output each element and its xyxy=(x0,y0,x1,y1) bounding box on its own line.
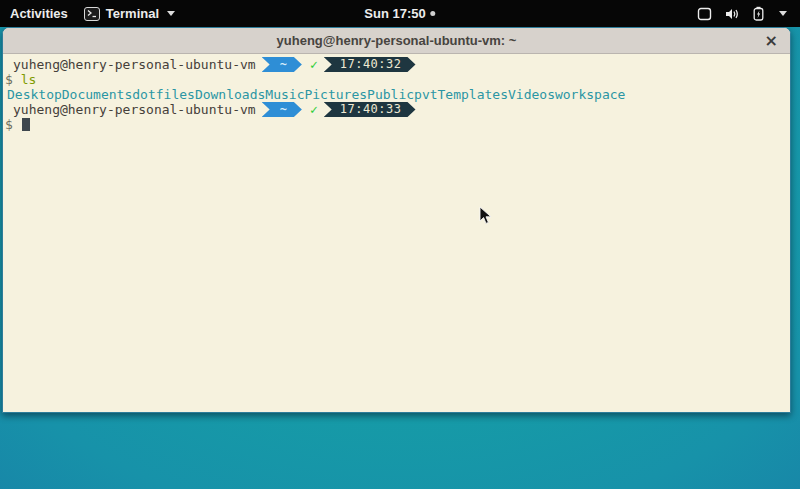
chevron-down-icon xyxy=(779,11,787,16)
command-text: ls xyxy=(21,72,37,87)
clock-label: Sun 17:50 xyxy=(364,6,425,21)
ls-entry: Documents xyxy=(62,87,132,102)
app-menu-button[interactable]: Terminal xyxy=(84,6,175,21)
ls-entry: Public xyxy=(367,87,414,102)
activities-button[interactable]: Activities xyxy=(10,6,68,21)
volume-icon xyxy=(725,7,740,21)
desktop: { "topbar": { "activities_label": "Activ… xyxy=(0,0,800,489)
ls-entry: pvt xyxy=(414,87,437,102)
app-menu-label: Terminal xyxy=(106,6,159,21)
ls-entry: Music xyxy=(265,87,304,102)
terminal-app-icon xyxy=(84,7,100,21)
ls-output-line: Desktop Documents dotfiles Downloads Mus… xyxy=(5,87,790,102)
ls-entry: dotfiles xyxy=(132,87,195,102)
ls-entry: workspace xyxy=(555,87,625,102)
ls-entry: Videos xyxy=(508,87,555,102)
screen-icon xyxy=(697,7,712,21)
check-icon: ✓ xyxy=(310,102,318,117)
system-tray[interactable] xyxy=(697,6,800,21)
terminal-content[interactable]: yuheng@henry-personal-ubuntu-vm ~ ✓ 17:4… xyxy=(3,54,790,412)
ls-entry: Desktop xyxy=(7,87,62,102)
prompt-time-segment: 17:40:32 xyxy=(324,57,416,72)
prompt-cwd-segment: ~ xyxy=(262,57,302,72)
top-bar-left: Activities Terminal xyxy=(0,6,175,21)
ls-entry: Templates xyxy=(438,87,508,102)
text-cursor xyxy=(22,118,30,131)
shell-prompt-symbol: $ xyxy=(5,72,13,87)
input-line[interactable]: $ xyxy=(5,117,790,132)
prompt-cwd-segment: ~ xyxy=(262,102,302,117)
prompt-user-host: yuheng@henry-personal-ubuntu-vm xyxy=(13,102,256,117)
prompt-time-segment: 17:40:33 xyxy=(324,102,416,117)
command-line: $ ls xyxy=(5,72,790,87)
ls-entry: Downloads xyxy=(195,87,265,102)
shell-prompt-symbol: $ xyxy=(5,117,13,132)
top-bar: Activities Terminal Sun 17:50 xyxy=(0,0,800,27)
notification-dot-icon xyxy=(431,11,436,16)
clock-button[interactable]: Sun 17:50 xyxy=(364,0,435,27)
ls-entry: Pictures xyxy=(304,87,367,102)
terminal-window: yuheng@henry-personal-ubuntu-vm: ~ × yuh… xyxy=(2,27,791,413)
chevron-down-icon xyxy=(167,11,175,16)
window-title: yuheng@henry-personal-ubuntu-vm: ~ xyxy=(277,33,517,48)
close-icon[interactable]: × xyxy=(765,33,778,49)
prompt-line: yuheng@henry-personal-ubuntu-vm ~ ✓ 17:4… xyxy=(5,102,790,117)
check-icon: ✓ xyxy=(310,57,318,72)
window-titlebar[interactable]: yuheng@henry-personal-ubuntu-vm: ~ × xyxy=(3,28,790,54)
prompt-user-host: yuheng@henry-personal-ubuntu-vm xyxy=(13,57,256,72)
prompt-line: yuheng@henry-personal-ubuntu-vm ~ ✓ 17:4… xyxy=(5,57,790,72)
battery-charging-icon xyxy=(753,6,764,21)
